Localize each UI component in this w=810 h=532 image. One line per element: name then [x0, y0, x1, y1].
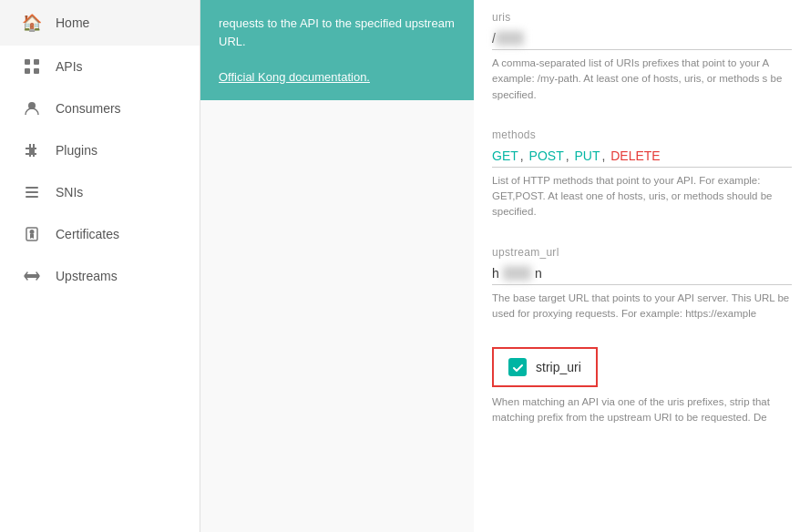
- method-delete: DELETE: [610, 148, 660, 163]
- certificates-icon: [21, 226, 43, 242]
- methods-value[interactable]: GET, POST, PUT, DELETE: [492, 145, 792, 168]
- sidebar: 🏠 Home APIs Consumers Plugins: [0, 0, 200, 532]
- method-put: PUT: [574, 148, 600, 163]
- upstream-h: h: [492, 266, 499, 281]
- tooltip-box: requests to the API to the specified ups…: [200, 0, 474, 100]
- svg-rect-2: [25, 68, 30, 74]
- uris-label: uris: [492, 11, 792, 24]
- sidebar-item-home[interactable]: 🏠 Home: [0, 0, 200, 46]
- strip-uri-label: strip_uri: [536, 360, 581, 374]
- apis-icon: [21, 58, 43, 75]
- upstream-url-desc: The base target URL that points to your …: [492, 291, 792, 322]
- strip-uri-box: strip_uri: [492, 347, 598, 387]
- upstream-n: n: [535, 266, 542, 281]
- sidebar-item-consumers[interactable]: Consumers: [0, 87, 200, 129]
- sidebar-item-label: Certificates: [56, 227, 119, 241]
- uris-blurred: [496, 31, 524, 46]
- sidebar-item-label: APIs: [56, 59, 83, 74]
- strip-uri-checkbox[interactable]: [508, 358, 527, 376]
- upstreams-icon: [21, 268, 43, 284]
- svg-rect-3: [34, 68, 39, 74]
- tooltip-body: requests to the API to the specified ups…: [219, 16, 455, 48]
- strip-uri-desc: When matching an API via one of the uris…: [492, 394, 792, 426]
- plugins-icon: [21, 142, 43, 159]
- method-post: POST: [529, 148, 564, 163]
- methods-field-section: methods GET, POST, PUT, DELETE List of H…: [492, 118, 792, 220]
- main-area: requests to the API to the specified ups…: [200, 0, 810, 532]
- sidebar-item-certificates[interactable]: Certificates: [0, 213, 200, 255]
- svg-rect-6: [26, 191, 38, 193]
- methods-desc: List of HTTP methods that point to your …: [492, 173, 792, 220]
- sidebar-item-upstreams[interactable]: Upstreams: [0, 255, 200, 297]
- svg-rect-0: [25, 59, 30, 65]
- sidebar-item-snis[interactable]: SNIs: [0, 171, 200, 213]
- snis-icon: [21, 184, 43, 200]
- methods-label: methods: [492, 128, 792, 141]
- strip-uri-field-section: strip_uri When matching an API via one o…: [492, 336, 792, 426]
- sidebar-item-label: SNIs: [56, 185, 83, 200]
- upstream-url-field-section: upstream_url h n The base target URL tha…: [492, 235, 792, 322]
- upstream-blurred-1: [503, 266, 531, 281]
- upstream-url-label: upstream_url: [492, 246, 792, 259]
- sidebar-item-apis[interactable]: APIs: [0, 46, 200, 87]
- consumer-icon: [21, 100, 43, 117]
- sidebar-item-label: Upstreams: [56, 269, 118, 283]
- svg-rect-1: [34, 59, 39, 65]
- right-panel: uris / A comma-separated list of URIs pr…: [474, 0, 810, 532]
- home-icon: 🏠: [21, 13, 43, 33]
- svg-rect-7: [26, 196, 38, 198]
- svg-rect-9: [25, 274, 39, 278]
- uris-value[interactable]: /: [492, 27, 792, 50]
- sidebar-item-label: Home: [56, 15, 89, 30]
- official-docs-link[interactable]: Official Kong documentation.: [219, 70, 370, 84]
- left-panel: requests to the API to the specified ups…: [200, 0, 474, 532]
- method-get: GET: [492, 148, 518, 163]
- svg-rect-5: [26, 187, 38, 189]
- uris-desc: A comma-separated list of URIs prefixes …: [492, 56, 792, 103]
- sidebar-item-label: Plugins: [56, 143, 97, 158]
- sidebar-item-label: Consumers: [56, 101, 121, 116]
- sidebar-item-plugins[interactable]: Plugins: [0, 129, 200, 171]
- uris-field-section: uris / A comma-separated list of URIs pr…: [492, 0, 792, 103]
- upstream-url-value[interactable]: h n: [492, 262, 792, 285]
